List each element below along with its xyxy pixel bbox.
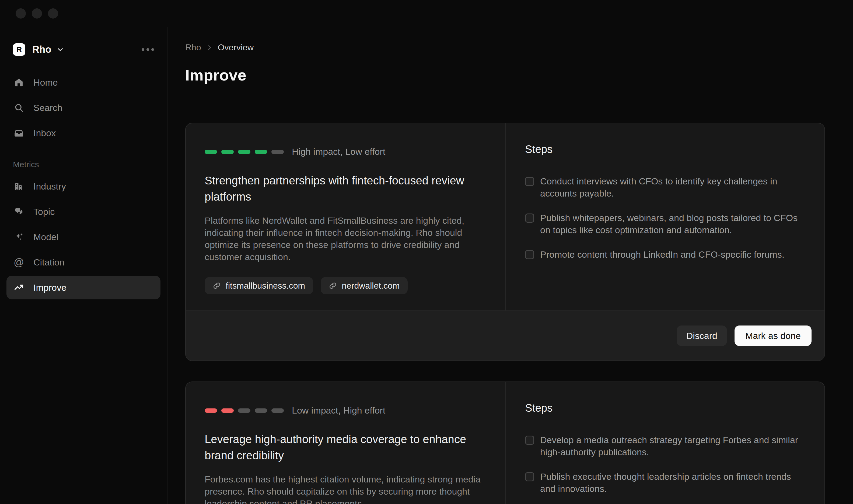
step-checkbox[interactable] [525, 214, 534, 223]
workspace-name: Rho [32, 44, 51, 55]
step-label: Develop a media outreach strategy target… [540, 434, 807, 458]
at-sign-icon: @ [14, 257, 24, 267]
title-divider [185, 102, 825, 102]
sparkles-icon [14, 232, 24, 242]
sidebar: R Rho Home Search [0, 27, 167, 504]
source-links: fitsmallbusiness.com nerdwallet.com [205, 277, 498, 294]
steps-title: Steps [525, 402, 807, 414]
impact-meter [205, 409, 284, 413]
step-label: Conduct interviews with CFOs to identify… [540, 175, 807, 199]
step-item: Promote content through LinkedIn and CFO… [525, 249, 807, 260]
buildings-icon [14, 181, 24, 191]
inbox-icon [14, 128, 24, 138]
card-title: Strengthen partnerships with fintech-foc… [205, 173, 476, 205]
page-title: Improve [185, 66, 825, 84]
impact-label: Low impact, High effort [292, 405, 385, 416]
steps-list: Develop a media outreach strategy target… [525, 434, 807, 495]
search-icon [14, 103, 24, 112]
sidebar-item-inbox[interactable]: Inbox [6, 121, 161, 145]
chevron-right-icon [206, 44, 213, 51]
workspace-initial: R [16, 45, 22, 54]
window-maximize-button[interactable] [48, 8, 58, 19]
chevron-down-icon [56, 46, 65, 54]
sidebar-item-model[interactable]: Model [6, 225, 161, 249]
sidebar-item-improve[interactable]: Improve [6, 276, 161, 300]
sidebar-item-label: Citation [33, 257, 65, 268]
home-icon [14, 77, 24, 87]
step-label: Publish whitepapers, webinars, and blog … [540, 212, 807, 236]
impact-indicator: Low impact, High effort [205, 405, 498, 416]
trending-up-icon [14, 283, 24, 292]
step-checkbox[interactable] [525, 436, 534, 445]
step-item: Publish executive thought leadership art… [525, 471, 807, 495]
step-checkbox[interactable] [525, 472, 534, 481]
steps-title: Steps [525, 143, 807, 155]
sidebar-item-home[interactable]: Home [6, 71, 161, 94]
improvement-card-2: Low impact, High effort Leverage high-au… [185, 381, 825, 504]
step-item: Conduct interviews with CFOs to identify… [525, 175, 807, 199]
workspace-switcher[interactable]: R Rho [6, 42, 161, 57]
sidebar-item-industry[interactable]: Industry [6, 175, 161, 198]
sidebar-more-icon[interactable] [142, 48, 154, 51]
step-checkbox[interactable] [525, 250, 534, 259]
breadcrumb: Rho Overview [185, 42, 825, 53]
sidebar-item-label: Industry [33, 181, 66, 192]
sidebar-section-label: Metrics [6, 160, 161, 169]
step-checkbox[interactable] [525, 177, 534, 186]
discard-button[interactable]: Discard [677, 325, 727, 346]
sidebar-item-citation[interactable]: @ Citation [6, 250, 161, 274]
sidebar-item-topic[interactable]: Topic [6, 200, 161, 223]
improvement-card-1: High impact, Low effort Strengthen partn… [185, 123, 825, 361]
sidebar-metrics-nav: Industry Topic Model @ Citation [6, 175, 161, 300]
step-label: Publish executive thought leadership art… [540, 471, 807, 495]
mark-as-done-button[interactable]: Mark as done [734, 325, 812, 346]
card-description: Forbes.com has the highest citation volu… [205, 473, 490, 504]
card-actions: Discard Mark as done [186, 310, 824, 360]
source-link-chip[interactable]: nerdwallet.com [321, 277, 407, 294]
breadcrumb-root[interactable]: Rho [185, 42, 201, 53]
sidebar-item-label: Inbox [33, 128, 56, 138]
workspace-logo: R [13, 43, 25, 56]
breadcrumb-current[interactable]: Overview [218, 42, 254, 53]
sidebar-item-search[interactable]: Search [6, 96, 161, 120]
impact-indicator: High impact, Low effort [205, 146, 498, 157]
window-minimize-button[interactable] [32, 8, 42, 19]
card-description: Platforms like NerdWallet and FitSmallBu… [205, 215, 490, 263]
step-label: Promote content through LinkedIn and CFO… [540, 249, 784, 260]
source-link-label: nerdwallet.com [342, 281, 400, 291]
impact-meter [205, 150, 284, 154]
window-close-button[interactable] [16, 8, 26, 19]
source-link-chip[interactable]: fitsmallbusiness.com [205, 277, 313, 294]
sidebar-item-label: Model [33, 232, 58, 242]
step-item: Publish whitepapers, webinars, and blog … [525, 212, 807, 236]
impact-label: High impact, Low effort [292, 146, 385, 157]
sidebar-item-label: Search [33, 103, 62, 113]
link-icon [213, 282, 221, 290]
sidebar-nav: Home Search Inbox [6, 71, 161, 145]
source-link-label: fitsmallbusiness.com [225, 281, 305, 291]
app-window: R Rho Home Search [0, 0, 853, 504]
steps-list: Conduct interviews with CFOs to identify… [525, 175, 807, 260]
sidebar-item-label: Home [33, 77, 58, 88]
sidebar-item-label: Topic [33, 206, 55, 217]
card-title: Leverage high-authority media coverage t… [205, 431, 476, 464]
chat-bubbles-icon [14, 207, 24, 216]
link-icon [329, 282, 337, 290]
main-content: Rho Overview Improve High impact, Low ef… [168, 0, 853, 504]
sidebar-item-label: Improve [33, 283, 67, 293]
step-item: Develop a media outreach strategy target… [525, 434, 807, 458]
